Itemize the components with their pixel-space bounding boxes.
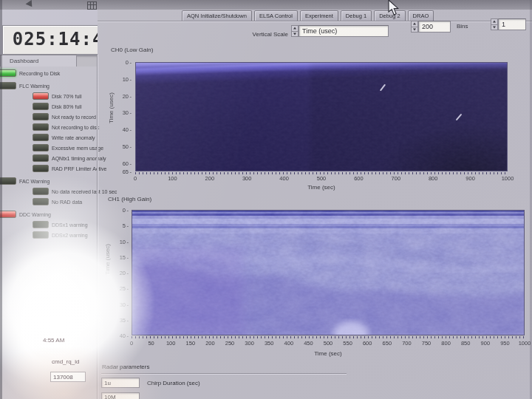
count-value[interactable]: 1 — [498, 18, 526, 30]
cursor-arrow-icon[interactable] — [26, 0, 35, 9]
indicator-fac-warning: FAC Warning — [0, 177, 97, 185]
ch1-left-tint — [132, 248, 243, 335]
count-control[interactable]: 1 — [491, 18, 526, 30]
instrument-panel-screenshot: 025:14:42:24 UTC GPSec1 AQN Initialize/S… — [0, 0, 532, 399]
x-tick-label: 800 — [441, 340, 451, 347]
indicator-label: AQNtx1 timing anomaly — [52, 156, 106, 161]
chirp-duration-field[interactable]: 1u — [101, 378, 140, 388]
x-tick-label: 350 — [265, 340, 274, 347]
x-tick-label: 400 — [279, 175, 289, 182]
mouse-cursor-icon — [387, 0, 400, 16]
x-tick-label: 300 — [245, 340, 254, 347]
y-tick-label: 40 — [123, 126, 132, 133]
indicator-no-rad-data: No RAD data — [0, 198, 97, 205]
tab-debug-1[interactable]: Debug 1 — [341, 10, 372, 21]
spinner-down-icon[interactable] — [412, 27, 417, 33]
sidebar-tab-dashboard[interactable]: Dashboard — [0, 55, 77, 66]
bins-value[interactable]: 200 — [418, 21, 451, 33]
x-tick-label: 700 — [392, 175, 401, 182]
x-tick-label: 500 — [317, 175, 327, 182]
cmd-rq-id-value[interactable]: 137008 — [50, 372, 86, 382]
x-tick-label: 100 — [166, 340, 176, 347]
tabbar-divider — [98, 21, 532, 21]
indicator-ddsx1-warning: DDSx1 warning — [0, 221, 97, 228]
y-tick-label: 30 — [120, 301, 129, 307]
indicator-excessive-mem-usage: Excessive mem usage — [0, 144, 97, 151]
y-tick-label: 40 — [120, 332, 129, 339]
footer-time-fragment: 4:55 AM — [43, 337, 64, 344]
led-dark-icon — [33, 188, 49, 195]
led-dark-icon — [33, 134, 49, 141]
ch0-minor-ticks — [135, 172, 508, 174]
sidebar-divider — [97, 55, 98, 399]
y-tick-label: 10 — [123, 75, 132, 82]
indicator-ddc-warning: DDC Warning — [0, 211, 97, 218]
spinner-down-icon[interactable] — [491, 24, 497, 30]
x-tick-label: 650 — [383, 340, 392, 347]
x-tick-label: 850 — [461, 340, 471, 347]
chirp-duration-label: Chirp Duration (sec) — [147, 380, 200, 386]
ch0-title: CH0 (Low Gain) — [111, 47, 153, 53]
indicator-label: Recording to Disk — [19, 71, 60, 76]
indicator-aqntx1-timing-anomaly: AQNtx1 timing anomaly — [0, 154, 97, 162]
y-tick-label: 20 — [120, 270, 129, 276]
indicator-list: Recording to DiskFLC WarningDisk 70% ful… — [0, 69, 97, 242]
indicator-no-data-received-last-10-sec: No data received last 10 sec — [0, 188, 97, 195]
ch1-x-axis-label: Time (sec) — [132, 350, 525, 357]
x-tick-label: 600 — [363, 340, 372, 347]
indicator-not-recording-to-disk: Not recording to disk — [0, 123, 97, 131]
led-red-icon — [33, 92, 49, 100]
y-tick-label: 20 — [123, 92, 132, 99]
led-dark-icon — [33, 221, 49, 228]
ch0-noise-texture — [136, 63, 508, 171]
indicator-label: DDSx1 warning — [52, 222, 88, 228]
radar-parameter-field[interactable]: 10M — [101, 392, 140, 399]
indicator-label: Disk 70% full — [52, 94, 81, 99]
vertical-scale-value[interactable]: Time (usec) — [299, 25, 389, 37]
indicator-label: FLC Warning — [19, 83, 50, 89]
x-tick-label: 800 — [429, 175, 438, 182]
ch1-intensity-plot — [132, 210, 525, 335]
x-tick-label: 700 — [402, 340, 412, 347]
spinner[interactable] — [291, 25, 299, 37]
ch0-intensity-plot — [135, 62, 508, 171]
tab-elsa-control[interactable]: ELSA Control — [254, 10, 298, 21]
tab-experiment[interactable]: Experiment — [300, 10, 338, 21]
led-dark-icon — [33, 113, 49, 120]
led-dark-icon — [33, 144, 49, 151]
bins-control[interactable]: 200 — [411, 21, 451, 33]
ch1-minor-ticks — [132, 336, 525, 338]
x-tick-label: 0 — [130, 340, 133, 347]
tab-aqn-initialize-shutdown[interactable]: AQN Initialize/Shutdown — [182, 10, 252, 21]
indicator-not-ready-to-record: Not ready to record — [0, 113, 97, 120]
led-dark-icon — [33, 103, 49, 110]
tab-drao[interactable]: DRAO — [408, 10, 434, 21]
led-dark-icon — [33, 231, 49, 239]
vertical-scale-control[interactable]: Time (usec) — [291, 25, 389, 37]
x-tick-label: 550 — [343, 340, 352, 347]
indicator-disk-80-full: Disk 80% full — [0, 103, 97, 110]
spinner[interactable] — [411, 21, 418, 33]
x-tick-label: 300 — [242, 175, 252, 182]
spinner-down-icon[interactable] — [292, 31, 298, 37]
indicator-label: Not ready to record — [52, 115, 96, 120]
x-tick-label: 450 — [304, 340, 313, 347]
y-tick-label: 30 — [123, 109, 132, 116]
x-tick-label: 950 — [500, 340, 510, 347]
indicator-ddsx2-warning: DDSx2 warning — [0, 231, 97, 239]
x-tick-label: 200 — [205, 340, 215, 347]
x-tick-label: 500 — [324, 340, 333, 347]
spinner[interactable] — [491, 18, 498, 30]
y-tick-label: 50 — [123, 143, 132, 149]
y-tick-label: 5 — [123, 222, 129, 229]
x-tick-label: 600 — [354, 175, 364, 182]
x-tick-label: 400 — [284, 340, 294, 347]
vertical-scale-label: Vertical Scale — [241, 31, 288, 38]
x-tick-label: 900 — [466, 175, 475, 182]
x-tick-label: 1000 — [519, 340, 531, 347]
grid-icon[interactable] — [87, 1, 97, 10]
y-tick-label: 15 — [120, 253, 129, 260]
ch1-x-axis: 0501001502002503003504004505005506006507… — [132, 340, 525, 347]
led-dark-icon — [33, 123, 49, 131]
indicator-label: Write rate anomaly — [52, 135, 95, 140]
